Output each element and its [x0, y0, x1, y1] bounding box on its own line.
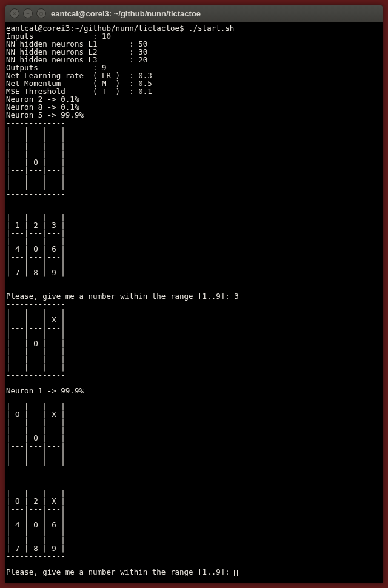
- board-row: -------------: [6, 189, 65, 198]
- terminal-output[interactable]: eantcal@corei3:~/github/nunn/tictactoe$ …: [5, 22, 383, 583]
- cursor-icon: [234, 570, 238, 576]
- titlebar: × − ▢ eantcal@corei3: ~/github/nunn/tict…: [5, 5, 383, 22]
- board-row: -------------: [6, 465, 65, 474]
- board-row: -------------: [6, 370, 65, 379]
- window-title: eantcal@corei3: ~/github/nunn/tictactoe: [51, 9, 201, 18]
- board-row: -------------: [6, 276, 65, 285]
- window-controls: × − ▢: [10, 8, 46, 18]
- board-row: -------------: [6, 552, 65, 561]
- maximize-icon[interactable]: ▢: [36, 8, 46, 18]
- minimize-icon[interactable]: −: [23, 8, 33, 18]
- input-prompt[interactable]: Please, give me a number within the rang…: [6, 567, 238, 576]
- terminal-window: × − ▢ eantcal@corei3: ~/github/nunn/tict…: [5, 5, 383, 583]
- close-icon[interactable]: ×: [10, 8, 19, 18]
